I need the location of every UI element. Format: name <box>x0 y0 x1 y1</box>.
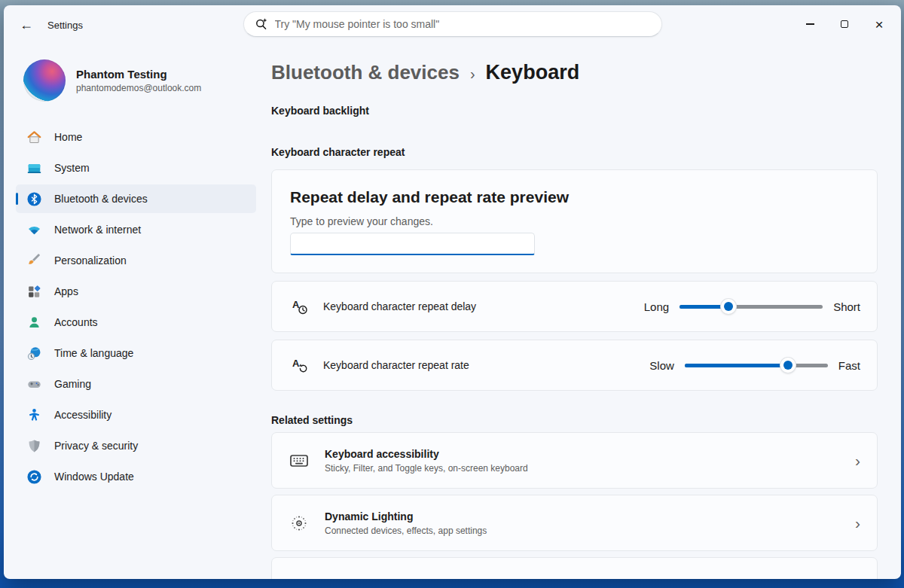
search-sparkle-icon <box>255 17 268 31</box>
page-title: Keyboard <box>486 61 580 84</box>
breadcrumb: Bluetooth & devices › Keyboard <box>271 61 878 84</box>
slider-right-label: Short <box>833 300 860 313</box>
related-card-subtitle: Connected devices, effects, app settings <box>325 526 487 536</box>
main-content: Bluetooth & devices › Keyboard Keyboard … <box>264 44 901 579</box>
repeat-rate-icon: A <box>290 355 310 375</box>
chevron-right-icon: › <box>855 452 863 468</box>
repeat-delay-row: A Keyboard character repeat delay Long S… <box>271 281 878 332</box>
dynamic-lighting-icon <box>289 513 310 534</box>
sidebar-nav: Home System <box>16 123 256 491</box>
repeat-rate-slider[interactable] <box>685 358 828 373</box>
sidebar-item-system[interactable]: System <box>16 154 256 182</box>
chevron-right-icon: › <box>855 515 863 531</box>
sidebar-item-accessibility[interactable]: Accessibility <box>16 401 256 429</box>
sidebar-item-label: Privacy & security <box>54 440 138 452</box>
sidebar-item-accounts[interactable]: Accounts <box>16 308 256 337</box>
profile-name: Phantom Testing <box>76 68 201 81</box>
slider-thumb[interactable] <box>780 358 796 373</box>
minimize-button[interactable] <box>793 10 827 38</box>
sidebar-item-label: Home <box>54 131 82 143</box>
search-input[interactable] <box>275 18 651 30</box>
search-box[interactable] <box>243 11 662 37</box>
repeat-delay-slider[interactable] <box>680 299 823 314</box>
back-arrow-icon: ← <box>20 17 33 33</box>
related-card-subtitle: Sticky, Filter, and Toggle keys, on-scre… <box>325 463 528 474</box>
apps-icon <box>26 284 42 300</box>
repeat-rate-label: Keyboard character repeat rate <box>323 359 469 371</box>
repeat-preview-card: Repeat delay and repeat rate preview Typ… <box>271 169 878 273</box>
preview-card-title: Repeat delay and repeat rate preview <box>290 188 859 206</box>
section-keyboard-character-repeat: Keyboard character repeat <box>271 146 878 158</box>
section-keyboard-backlight: Keyboard backlight <box>271 105 878 117</box>
profile-card[interactable]: Phantom Testing phantomodemos@outlook.co… <box>16 53 256 112</box>
settings-window: ← Settings × <box>4 5 901 579</box>
close-button[interactable]: × <box>862 10 896 38</box>
slider-left-label: Slow <box>649 359 674 372</box>
profile-email: phantomodemos@outlook.com <box>76 83 201 93</box>
bluetooth-icon <box>26 191 42 207</box>
sidebar-item-label: Apps <box>54 285 78 297</box>
svg-text:A: A <box>292 358 300 369</box>
sidebar-item-label: Network & internet <box>54 224 141 236</box>
avatar <box>23 59 66 102</box>
gaming-icon <box>26 376 42 392</box>
repeat-delay-icon: A <box>290 297 310 316</box>
sidebar-item-privacy-security[interactable]: Privacy & security <box>16 431 256 460</box>
home-icon <box>26 129 42 145</box>
sidebar-item-home[interactable]: Home <box>16 123 256 151</box>
system-icon <box>26 160 42 176</box>
breadcrumb-separator-icon: › <box>470 66 475 83</box>
related-card-title: Keyboard accessibility <box>325 448 528 460</box>
sidebar-item-label: Personalization <box>54 254 127 267</box>
app-title: Settings <box>47 20 83 31</box>
titlebar: ← Settings × <box>4 5 901 44</box>
breadcrumb-parent[interactable]: Bluetooth & devices <box>271 61 460 84</box>
windows-update-icon <box>26 469 42 485</box>
maximize-icon <box>841 20 848 28</box>
section-related-settings: Related settings <box>271 414 878 426</box>
network-icon <box>26 222 42 238</box>
back-button[interactable]: ← <box>14 13 38 37</box>
sidebar-item-label: System <box>54 162 90 174</box>
svg-text:A: A <box>292 299 300 310</box>
close-icon: × <box>875 17 883 32</box>
slider-fill <box>685 364 788 367</box>
sidebar-item-label: Accessibility <box>54 409 111 421</box>
sidebar-item-apps[interactable]: Apps <box>16 277 256 306</box>
related-card-title: Dynamic Lighting <box>325 510 487 522</box>
sidebar-item-network-internet[interactable]: Network & internet <box>16 215 256 244</box>
minimize-icon <box>806 23 814 24</box>
privacy-shield-icon <box>26 438 42 454</box>
sidebar-item-label: Time & language <box>54 347 133 359</box>
sidebar-item-label: Windows Update <box>54 471 134 483</box>
sidebar: Phantom Testing phantomodemos@outlook.co… <box>4 44 264 579</box>
slider-left-label: Long <box>644 300 669 313</box>
slider-right-label: Fast <box>838 359 860 372</box>
accounts-icon <box>26 315 42 331</box>
accessibility-icon <box>26 407 42 423</box>
repeat-preview-input[interactable] <box>290 233 535 255</box>
keyboard-icon <box>289 450 310 471</box>
spelling-typing-settings-card[interactable]: Spelling, typing, & keyboard settings › <box>271 557 878 579</box>
maximize-button[interactable] <box>827 10 862 38</box>
sidebar-item-windows-update[interactable]: Windows Update <box>16 462 256 491</box>
sidebar-item-label: Accounts <box>54 316 98 328</box>
personalization-icon <box>26 253 42 269</box>
keyboard-icon <box>289 575 310 580</box>
sidebar-item-label: Gaming <box>54 378 91 390</box>
sidebar-item-time-language[interactable]: Time & language <box>16 339 256 367</box>
sidebar-item-bluetooth-devices[interactable]: Bluetooth & devices <box>16 184 256 213</box>
window-controls: × <box>793 5 896 43</box>
keyboard-accessibility-card[interactable]: Keyboard accessibility Sticky, Filter, a… <box>271 432 878 489</box>
sidebar-item-label: Bluetooth & devices <box>54 193 148 205</box>
repeat-delay-label: Keyboard character repeat delay <box>323 300 476 312</box>
repeat-rate-row: A Keyboard character repeat rate Slow Fa… <box>271 340 878 391</box>
sidebar-item-gaming[interactable]: Gaming <box>16 370 256 398</box>
chevron-right-icon: › <box>855 577 863 579</box>
time-language-icon <box>26 346 42 361</box>
sidebar-item-personalization[interactable]: Personalization <box>16 246 256 275</box>
preview-card-hint: Type to preview your changes. <box>290 215 859 227</box>
dynamic-lighting-card[interactable]: Dynamic Lighting Connected devices, effe… <box>271 495 878 551</box>
slider-thumb[interactable] <box>721 299 736 314</box>
